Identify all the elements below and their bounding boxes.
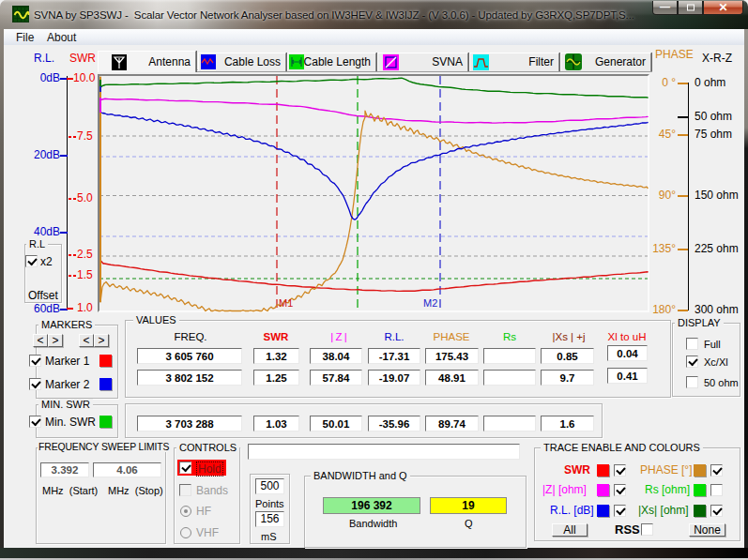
- svg-text:M1: M1: [279, 297, 293, 309]
- svg-text:M2: M2: [423, 297, 437, 309]
